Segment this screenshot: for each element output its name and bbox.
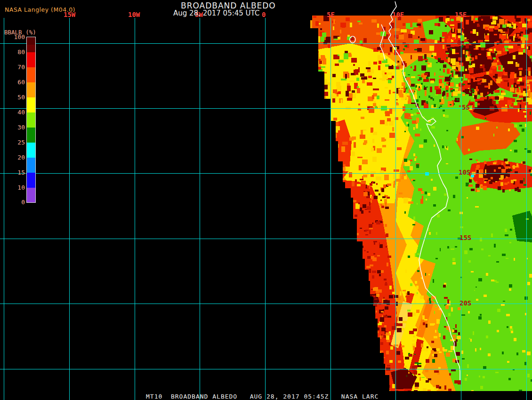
colorbar-segment-70-80 xyxy=(27,52,35,67)
footer-caption: MT10 BROADBAND ALBEDO AUG 28, 2017 05:45… xyxy=(146,393,379,400)
albedo-data xyxy=(308,14,532,395)
lon-label-0: 0 xyxy=(262,11,266,18)
lon-label-10w: 10W xyxy=(128,11,140,18)
lat-label-5s: 5S xyxy=(462,104,470,111)
albedo-map-image xyxy=(0,0,532,400)
lat-label-10s: 10S xyxy=(459,169,470,176)
colorbar-segment-25-30 xyxy=(27,128,35,143)
colorbar-segment-40-50 xyxy=(27,97,35,112)
colorbar-tick-40: 40 xyxy=(0,109,25,116)
water-speck xyxy=(425,172,429,176)
colorbar-tick-10: 10 xyxy=(0,184,25,191)
lon-label-5e: 5E xyxy=(327,11,335,18)
lon-label-15e: 15E xyxy=(455,11,467,18)
colorbar-segment-0-10 xyxy=(27,188,35,202)
colorbar-tick-0: 0 xyxy=(0,199,25,206)
colorbar-tick-50: 50 xyxy=(0,94,25,101)
lat-label-0: 0 xyxy=(457,39,461,46)
colorbar-segment-80-90 xyxy=(27,45,35,52)
colorbar-tick-20: 20 xyxy=(0,154,25,161)
colorbar-tick-25: 25 xyxy=(0,139,25,146)
albedo-map-canvas: NASA Langley (M04.0) BBALB (%) 100807060… xyxy=(0,0,532,400)
colorbar-segment-15-20 xyxy=(27,158,35,173)
lon-label-15w: 15W xyxy=(64,11,75,18)
colorbar-segment-20-25 xyxy=(27,143,35,158)
colorbar-segment-50-60 xyxy=(27,82,35,97)
colorbar-segment-60-70 xyxy=(27,67,35,82)
colorbar-segment-10-15 xyxy=(27,173,35,188)
colorbar xyxy=(26,37,36,203)
lat-label-15s: 15S xyxy=(459,234,471,241)
colorbar-tick-30: 30 xyxy=(0,124,25,131)
colorbar-segment-90-100 xyxy=(27,37,35,45)
colorbar-segment-30-40 xyxy=(27,112,35,128)
colorbar-tick-60: 60 xyxy=(0,79,25,86)
colorbar-tick-15: 15 xyxy=(0,169,25,176)
colorbar-tick-70: 70 xyxy=(0,64,25,71)
colorbar-tick-100: 100 xyxy=(0,34,25,40)
lon-label-10e: 10E xyxy=(392,11,404,18)
water-speck xyxy=(471,175,474,177)
lat-label-20s: 20S xyxy=(459,300,471,306)
timestamp-label: Aug 28, 2017 05:45 UTC xyxy=(173,9,259,17)
colorbar-tick-80: 80 xyxy=(0,49,25,56)
